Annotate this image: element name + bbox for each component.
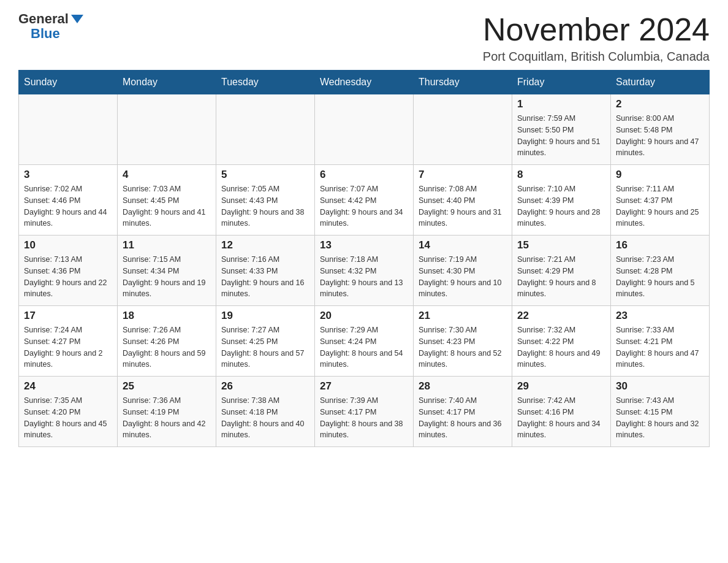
day-info: Sunrise: 7:40 AMSunset: 4:17 PMDaylight:… <box>419 395 507 441</box>
calendar-subtitle: Port Coquitlam, British Columbia, Canada <box>483 50 710 64</box>
day-info: Sunrise: 7:11 AMSunset: 4:37 PMDaylight:… <box>616 183 704 229</box>
title-area: November 2024 Port Coquitlam, British Co… <box>483 12 710 64</box>
calendar-title: November 2024 <box>483 12 710 47</box>
calendar-cell: 4Sunrise: 7:03 AMSunset: 4:45 PMDaylight… <box>118 165 216 236</box>
day-info: Sunrise: 7:05 AMSunset: 4:43 PMDaylight:… <box>221 183 309 229</box>
day-info: Sunrise: 7:19 AMSunset: 4:30 PMDaylight:… <box>419 254 507 300</box>
calendar-cell: 7Sunrise: 7:08 AMSunset: 4:40 PMDaylight… <box>414 165 512 236</box>
day-info: Sunrise: 8:00 AMSunset: 5:48 PMDaylight:… <box>616 113 704 159</box>
day-number: 27 <box>320 380 408 393</box>
day-number: 19 <box>221 310 309 322</box>
day-info: Sunrise: 7:35 AMSunset: 4:20 PMDaylight:… <box>24 395 112 441</box>
day-of-week-header: Sunday <box>19 71 118 94</box>
calendar-cell: 3Sunrise: 7:02 AMSunset: 4:46 PMDaylight… <box>19 165 118 236</box>
day-number: 7 <box>419 169 507 181</box>
calendar-week-row: 3Sunrise: 7:02 AMSunset: 4:46 PMDaylight… <box>19 165 710 236</box>
calendar-cell: 30Sunrise: 7:43 AMSunset: 4:15 PMDayligh… <box>611 377 710 447</box>
calendar-cell: 5Sunrise: 7:05 AMSunset: 4:43 PMDaylight… <box>216 165 315 236</box>
day-info: Sunrise: 7:36 AMSunset: 4:19 PMDaylight:… <box>123 395 211 441</box>
header: General Blue November 2024 Port Coquitla… <box>18 12 710 64</box>
day-number: 18 <box>123 310 211 322</box>
calendar-cell: 16Sunrise: 7:23 AMSunset: 4:28 PMDayligh… <box>611 236 710 306</box>
day-number: 8 <box>517 169 605 181</box>
day-info: Sunrise: 7:26 AMSunset: 4:26 PMDaylight:… <box>123 324 211 370</box>
day-number: 10 <box>24 239 112 251</box>
day-number: 20 <box>320 310 408 322</box>
day-info: Sunrise: 7:07 AMSunset: 4:42 PMDaylight:… <box>320 183 408 229</box>
calendar-week-row: 10Sunrise: 7:13 AMSunset: 4:36 PMDayligh… <box>19 236 710 306</box>
day-number: 21 <box>419 310 507 322</box>
day-info: Sunrise: 7:32 AMSunset: 4:22 PMDaylight:… <box>517 324 605 370</box>
day-of-week-header: Wednesday <box>315 71 414 94</box>
calendar-cell <box>19 94 118 165</box>
day-info: Sunrise: 7:03 AMSunset: 4:45 PMDaylight:… <box>123 183 211 229</box>
day-info: Sunrise: 7:30 AMSunset: 4:23 PMDaylight:… <box>419 324 507 370</box>
day-info: Sunrise: 7:43 AMSunset: 4:15 PMDaylight:… <box>616 395 704 441</box>
day-number: 17 <box>24 310 112 322</box>
day-number: 26 <box>221 380 309 393</box>
calendar-cell: 28Sunrise: 7:40 AMSunset: 4:17 PMDayligh… <box>414 377 512 447</box>
day-info: Sunrise: 7:39 AMSunset: 4:17 PMDaylight:… <box>320 395 408 441</box>
calendar-cell: 19Sunrise: 7:27 AMSunset: 4:25 PMDayligh… <box>216 306 315 377</box>
day-info: Sunrise: 7:23 AMSunset: 4:28 PMDaylight:… <box>616 254 704 300</box>
calendar-cell: 25Sunrise: 7:36 AMSunset: 4:19 PMDayligh… <box>118 377 216 447</box>
calendar-cell <box>414 94 512 165</box>
day-number: 30 <box>616 380 704 393</box>
day-of-week-header: Tuesday <box>216 71 315 94</box>
logo: General Blue <box>18 12 83 42</box>
day-info: Sunrise: 7:18 AMSunset: 4:32 PMDaylight:… <box>320 254 408 300</box>
day-info: Sunrise: 7:15 AMSunset: 4:34 PMDaylight:… <box>123 254 211 300</box>
day-info: Sunrise: 7:42 AMSunset: 4:16 PMDaylight:… <box>517 395 605 441</box>
calendar-cell: 24Sunrise: 7:35 AMSunset: 4:20 PMDayligh… <box>19 377 118 447</box>
day-of-week-header: Saturday <box>611 71 710 94</box>
calendar-cell: 17Sunrise: 7:24 AMSunset: 4:27 PMDayligh… <box>19 306 118 377</box>
day-info: Sunrise: 7:13 AMSunset: 4:36 PMDaylight:… <box>24 254 112 300</box>
day-info: Sunrise: 7:29 AMSunset: 4:24 PMDaylight:… <box>320 324 408 370</box>
calendar-cell: 2Sunrise: 8:00 AMSunset: 5:48 PMDaylight… <box>611 94 710 165</box>
day-info: Sunrise: 7:27 AMSunset: 4:25 PMDaylight:… <box>221 324 309 370</box>
logo-blue: Blue <box>31 26 60 42</box>
calendar-cell: 8Sunrise: 7:10 AMSunset: 4:39 PMDaylight… <box>512 165 611 236</box>
day-number: 24 <box>24 380 112 393</box>
day-number: 23 <box>616 310 704 322</box>
day-number: 11 <box>123 239 211 251</box>
day-info: Sunrise: 7:16 AMSunset: 4:33 PMDaylight:… <box>221 254 309 300</box>
calendar-cell: 11Sunrise: 7:15 AMSunset: 4:34 PMDayligh… <box>118 236 216 306</box>
calendar-table: SundayMondayTuesdayWednesdayThursdayFrid… <box>18 70 710 447</box>
calendar-cell: 21Sunrise: 7:30 AMSunset: 4:23 PMDayligh… <box>414 306 512 377</box>
calendar-cell: 23Sunrise: 7:33 AMSunset: 4:21 PMDayligh… <box>611 306 710 377</box>
logo-triangle-icon <box>71 15 83 23</box>
day-info: Sunrise: 7:21 AMSunset: 4:29 PMDaylight:… <box>517 254 605 300</box>
calendar-week-row: 24Sunrise: 7:35 AMSunset: 4:20 PMDayligh… <box>19 377 710 447</box>
day-number: 29 <box>517 380 605 393</box>
day-number: 15 <box>517 239 605 251</box>
calendar-cell: 6Sunrise: 7:07 AMSunset: 4:42 PMDaylight… <box>315 165 414 236</box>
day-number: 9 <box>616 169 704 181</box>
day-info: Sunrise: 7:59 AMSunset: 5:50 PMDaylight:… <box>517 113 605 159</box>
day-info: Sunrise: 7:38 AMSunset: 4:18 PMDaylight:… <box>221 395 309 441</box>
day-info: Sunrise: 7:24 AMSunset: 4:27 PMDaylight:… <box>24 324 112 370</box>
day-info: Sunrise: 7:33 AMSunset: 4:21 PMDaylight:… <box>616 324 704 370</box>
calendar-cell: 12Sunrise: 7:16 AMSunset: 4:33 PMDayligh… <box>216 236 315 306</box>
day-number: 13 <box>320 239 408 251</box>
day-info: Sunrise: 7:02 AMSunset: 4:46 PMDaylight:… <box>24 183 112 229</box>
calendar-cell: 27Sunrise: 7:39 AMSunset: 4:17 PMDayligh… <box>315 377 414 447</box>
day-number: 6 <box>320 169 408 181</box>
day-number: 16 <box>616 239 704 251</box>
logo-general: General <box>18 12 69 26</box>
day-number: 4 <box>123 169 211 181</box>
calendar-cell <box>118 94 216 165</box>
day-number: 22 <box>517 310 605 322</box>
calendar-cell: 13Sunrise: 7:18 AMSunset: 4:32 PMDayligh… <box>315 236 414 306</box>
calendar-cell: 15Sunrise: 7:21 AMSunset: 4:29 PMDayligh… <box>512 236 611 306</box>
calendar-week-row: 1Sunrise: 7:59 AMSunset: 5:50 PMDaylight… <box>19 94 710 165</box>
day-info: Sunrise: 7:08 AMSunset: 4:40 PMDaylight:… <box>419 183 507 229</box>
day-number: 5 <box>221 169 309 181</box>
calendar-cell: 20Sunrise: 7:29 AMSunset: 4:24 PMDayligh… <box>315 306 414 377</box>
day-of-week-header: Thursday <box>414 71 512 94</box>
calendar-cell: 10Sunrise: 7:13 AMSunset: 4:36 PMDayligh… <box>19 236 118 306</box>
calendar-cell: 29Sunrise: 7:42 AMSunset: 4:16 PMDayligh… <box>512 377 611 447</box>
day-info: Sunrise: 7:10 AMSunset: 4:39 PMDaylight:… <box>517 183 605 229</box>
day-of-week-header: Monday <box>118 71 216 94</box>
calendar-cell: 26Sunrise: 7:38 AMSunset: 4:18 PMDayligh… <box>216 377 315 447</box>
